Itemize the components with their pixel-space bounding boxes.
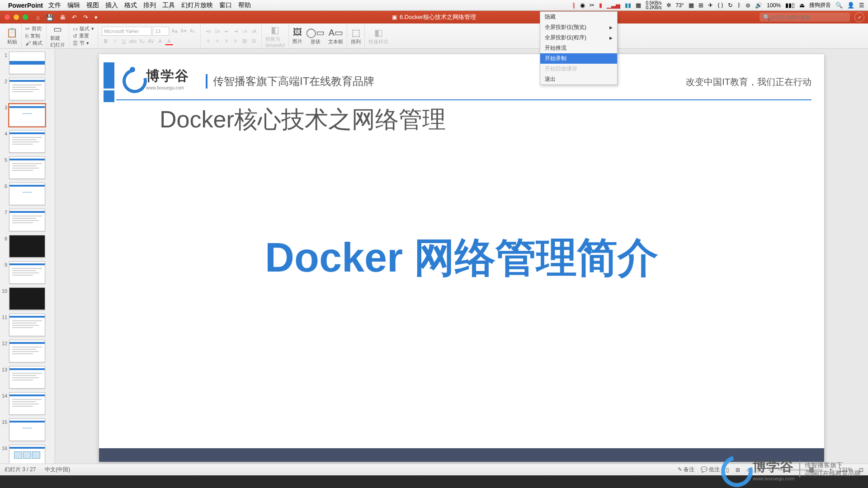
graph-icon[interactable]: ▁▃▅ xyxy=(607,2,620,9)
minimize-button[interactable] xyxy=(14,14,19,20)
thumbnail-row[interactable]: 1 xyxy=(2,52,55,74)
thumbnail-16[interactable] xyxy=(9,445,45,464)
spotlight-icon[interactable]: 🔍 xyxy=(835,2,843,9)
indent-right-icon[interactable]: ⇥ xyxy=(231,27,240,35)
battery-icon[interactable]: ▮▮▯ xyxy=(785,2,795,9)
user-icon[interactable]: 👤 xyxy=(847,2,854,9)
format-painter-button[interactable]: 🖌格式 xyxy=(25,40,42,47)
align-left-icon[interactable]: ≡ xyxy=(204,37,212,45)
fan-icon[interactable]: ✲ xyxy=(666,2,671,9)
slide-canvas-area[interactable]: 博学谷 www.boxuegu.com 传智播客旗下高端IT在线教育品牌 改变中… xyxy=(55,49,868,464)
decrease-font-icon[interactable]: A▾ xyxy=(179,27,188,35)
menu-edit[interactable]: 编辑 xyxy=(67,1,80,9)
notification-icon[interactable]: ☰ xyxy=(859,2,864,9)
maximize-button[interactable] xyxy=(23,14,28,20)
obs-icon[interactable]: ◉ xyxy=(580,2,585,9)
thumbnail-5[interactable] xyxy=(9,156,45,179)
reset-button[interactable]: ↺重置 xyxy=(73,33,94,39)
app-icon[interactable]: ⊞ xyxy=(698,2,703,9)
paste-button[interactable]: 📋 粘贴 xyxy=(6,27,18,45)
thumbnail-row[interactable]: 13 xyxy=(2,366,55,389)
thumbnail-2[interactable] xyxy=(9,78,45,100)
arrange-button[interactable]: ⬚排列 xyxy=(351,27,361,45)
volume-icon[interactable]: 🔊 xyxy=(755,2,762,9)
dd-fullscreen-preview[interactable]: 全屏投影仪(预览)▶ xyxy=(540,22,617,33)
thumbnail-row[interactable]: 10 xyxy=(2,287,55,310)
eject-icon[interactable]: ⏏ xyxy=(799,2,805,9)
thumbnail-row[interactable]: 14 xyxy=(2,392,55,415)
thumbnail-row[interactable]: 4 xyxy=(2,130,55,153)
thumbnail-6[interactable]: ——— xyxy=(9,183,45,205)
dd-exit[interactable]: 退出 xyxy=(540,74,617,84)
dd-hide[interactable]: 隐藏 xyxy=(540,12,617,22)
smartart-button[interactable]: ◧ 转换为 SmartArt xyxy=(265,24,285,48)
menu-view[interactable]: 视图 xyxy=(86,1,99,9)
menu-slideshow[interactable]: 幻灯片放映 xyxy=(181,1,213,9)
menu-format[interactable]: 格式 xyxy=(124,1,137,9)
thumbnail-12[interactable] xyxy=(9,340,45,362)
pause-icon[interactable]: ∥ xyxy=(572,2,576,9)
thumbnail-3[interactable]: ——— xyxy=(9,104,45,127)
bars-icon[interactable]: ▮▮ xyxy=(625,2,631,9)
send-icon[interactable]: ✈ xyxy=(708,2,713,9)
thumbnail-13[interactable] xyxy=(9,366,45,389)
thumbnail-4[interactable] xyxy=(9,130,45,153)
subscript-icon[interactable]: X₂ xyxy=(138,37,146,45)
thumbnail-row[interactable]: 11 xyxy=(2,314,55,336)
print-icon[interactable]: 🖶 xyxy=(60,14,66,21)
textbox-button[interactable]: A▭文本框 xyxy=(328,27,343,45)
thumbnail-row[interactable]: 3——— xyxy=(2,104,55,127)
section-button[interactable]: ☰节▾ xyxy=(73,40,94,47)
dd-start-record[interactable]: 开始录制 xyxy=(540,53,617,64)
thumbnail-14[interactable] xyxy=(9,392,45,415)
menu-file[interactable]: 文件 xyxy=(48,1,61,9)
picture-button[interactable]: 🖼图片 xyxy=(292,27,302,45)
thumbnail-row[interactable]: 5 xyxy=(2,156,55,179)
thumbnail-row[interactable]: 15——— xyxy=(2,418,55,441)
thumbnail-7[interactable] xyxy=(9,209,45,231)
bold-icon[interactable]: B xyxy=(102,37,110,45)
justify-icon[interactable]: ≡ xyxy=(231,37,240,45)
thumbnail-row[interactable]: 2 xyxy=(2,78,55,100)
italic-icon[interactable]: I xyxy=(111,37,119,45)
font-size-select[interactable]: 13 xyxy=(153,27,169,36)
thumbnail-row[interactable]: 12 xyxy=(2,340,55,362)
numbering-icon[interactable]: 1≡ xyxy=(213,27,222,35)
clear-format-icon[interactable]: Aₓ xyxy=(189,27,197,35)
comments-button[interactable]: 💬 批注 xyxy=(701,466,720,474)
thumbnail-10[interactable] xyxy=(9,287,45,310)
increase-font-icon[interactable]: A▴ xyxy=(170,27,179,35)
undo-icon[interactable]: ↶ xyxy=(72,14,77,21)
status-icon[interactable]: ▮ xyxy=(599,2,602,9)
indent-left-icon[interactable]: ⇤ xyxy=(222,27,231,35)
menu-arrange[interactable]: 排列 xyxy=(143,1,156,9)
columns-icon[interactable]: ▥ xyxy=(241,37,249,45)
ime-label[interactable]: 搜狗拼音 xyxy=(809,1,831,9)
app-name[interactable]: PowerPoint xyxy=(8,2,43,9)
search-box[interactable]: 🔍 xyxy=(760,13,850,22)
language-indicator[interactable]: 中文(中国) xyxy=(45,466,70,474)
grid-icon[interactable]: ▦ xyxy=(689,2,694,9)
wifi-icon[interactable]: ⊚ xyxy=(745,2,750,9)
menu-window[interactable]: 窗口 xyxy=(219,1,232,9)
thumbnail-row[interactable]: 6——— xyxy=(2,183,55,205)
thumbnail-11[interactable] xyxy=(9,314,45,336)
fullscreen-button[interactable]: ⤢ xyxy=(854,12,864,22)
spacing-icon[interactable]: AV xyxy=(147,37,155,45)
font-name-select[interactable]: Microsoft YaHei xyxy=(102,27,151,36)
home-icon[interactable]: ⌂ xyxy=(36,14,40,21)
save-icon[interactable]: 💾 xyxy=(46,14,53,21)
thumbnail-9[interactable] xyxy=(9,261,45,284)
code-icon[interactable]: ⟨ ⟩ xyxy=(717,2,724,9)
menu-insert[interactable]: 插入 xyxy=(105,1,118,9)
notes-button[interactable]: ✎ 备注 xyxy=(678,466,694,474)
thumbnail-1[interactable] xyxy=(9,52,45,74)
search-input[interactable] xyxy=(770,14,846,20)
line-spacing-icon[interactable]: ↕≡ xyxy=(241,27,249,35)
thumbnail-row[interactable]: 16 xyxy=(2,445,55,464)
quick-styles-button[interactable]: ◧快速样式 xyxy=(368,27,388,45)
text-direction-icon[interactable]: ↕A xyxy=(250,27,258,35)
sync-icon[interactable]: ↻ xyxy=(728,2,733,9)
new-slide-button[interactable]: ▭ 新建 幻灯片 xyxy=(50,23,65,48)
shapes-button[interactable]: ◯▭形状 xyxy=(306,27,325,45)
